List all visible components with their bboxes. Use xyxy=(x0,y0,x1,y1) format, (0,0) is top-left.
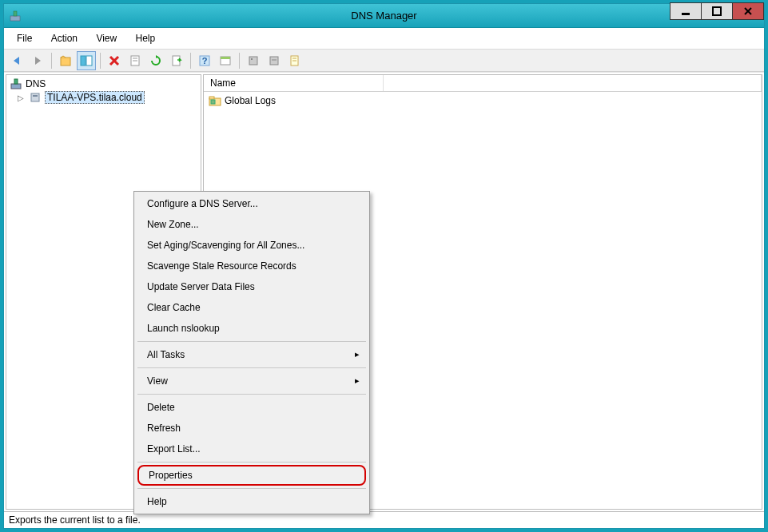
refresh-button[interactable] xyxy=(146,51,165,70)
menu-action[interactable]: Action xyxy=(43,31,86,46)
toolbar-separator xyxy=(51,53,52,69)
svg-rect-21 xyxy=(270,57,278,65)
toolbar-separator xyxy=(100,53,101,69)
server-button-2[interactable] xyxy=(265,51,284,70)
tree-server-label: TILAA-VPS.tilaa.cloud xyxy=(45,91,145,104)
dns-icon xyxy=(10,77,22,90)
statusbar: Exports the current list to a file. xyxy=(4,511,764,528)
cm-view[interactable]: View xyxy=(136,371,368,391)
menubar: File Action View Help xyxy=(4,28,764,50)
svg-rect-27 xyxy=(14,79,18,84)
cm-scavenge[interactable]: Scavenge Stale Resource Records xyxy=(136,256,368,276)
app-window: DNS Manager File Action View Help xyxy=(3,3,765,529)
cm-separator xyxy=(137,341,366,342)
tree-root-label: DNS xyxy=(26,78,46,89)
svg-rect-18 xyxy=(221,57,230,59)
back-button[interactable] xyxy=(7,51,26,70)
export-button[interactable] xyxy=(167,51,186,70)
forward-button[interactable] xyxy=(28,51,47,70)
tree-server-node[interactable]: ▷ TILAA-VPS.tilaa.cloud xyxy=(16,91,197,104)
column-spacer xyxy=(384,75,762,91)
toolbar-separator xyxy=(190,53,191,69)
cm-set-aging[interactable]: Set Aging/Scavenging for All Zones... xyxy=(136,235,368,256)
up-button[interactable] xyxy=(56,51,75,70)
app-icon xyxy=(9,10,22,22)
svg-rect-19 xyxy=(249,57,257,65)
svg-rect-8 xyxy=(86,56,92,66)
cm-configure-dns[interactable]: Configure a DNS Server... xyxy=(136,193,368,214)
close-button[interactable] xyxy=(732,2,764,20)
svg-rect-28 xyxy=(31,93,39,101)
filter-button[interactable] xyxy=(216,51,235,70)
tree-root-dns[interactable]: DNS xyxy=(10,77,197,91)
cm-delete[interactable]: Delete xyxy=(136,397,368,418)
cm-clear-cache[interactable]: Clear Cache xyxy=(136,297,368,318)
window-title: DNS Manager xyxy=(4,10,764,22)
status-text: Exports the current list to a file. xyxy=(9,514,141,526)
cm-update-files[interactable]: Update Server Data Files xyxy=(136,276,368,297)
properties-button[interactable] xyxy=(125,51,145,70)
titlebar: DNS Manager xyxy=(4,4,764,28)
show-tree-button[interactable] xyxy=(77,51,96,70)
menu-view[interactable]: View xyxy=(88,31,125,46)
cm-export-list[interactable]: Export List... xyxy=(136,439,368,459)
help-button[interactable]: ? xyxy=(195,51,214,70)
svg-rect-3 xyxy=(713,7,721,15)
svg-rect-20 xyxy=(251,58,253,60)
server-icon xyxy=(29,91,42,104)
column-name[interactable]: Name xyxy=(204,75,384,91)
svg-rect-6 xyxy=(61,58,70,66)
svg-rect-0 xyxy=(10,16,20,21)
context-menu: Configure a DNS Server... New Zone... Se… xyxy=(133,191,370,514)
toolbar: ? xyxy=(4,50,764,72)
svg-rect-1 xyxy=(14,11,17,16)
svg-rect-26 xyxy=(11,84,21,89)
maximize-button[interactable] xyxy=(701,2,733,20)
cm-new-zone[interactable]: New Zone... xyxy=(136,214,368,235)
svg-text:?: ? xyxy=(202,56,208,66)
menu-file[interactable]: File xyxy=(9,31,40,46)
cm-nslookup[interactable]: Launch nslookup xyxy=(136,318,368,339)
svg-rect-7 xyxy=(81,56,86,66)
cm-refresh[interactable]: Refresh xyxy=(136,418,368,439)
window-controls xyxy=(671,2,764,20)
server-button-1[interactable] xyxy=(244,51,263,70)
svg-rect-31 xyxy=(209,97,214,99)
list-item-label: Global Logs xyxy=(225,95,276,106)
server-button-3[interactable] xyxy=(285,51,304,70)
toolbar-separator xyxy=(239,53,240,69)
folder-icon xyxy=(209,94,221,107)
svg-rect-2 xyxy=(682,13,690,15)
cm-help[interactable]: Help xyxy=(136,491,368,512)
svg-rect-32 xyxy=(211,100,215,104)
list-header: Name xyxy=(204,75,762,92)
menu-help[interactable]: Help xyxy=(128,31,164,46)
cm-separator xyxy=(137,394,366,395)
list-item-global-logs[interactable]: Global Logs xyxy=(209,93,757,108)
cm-all-tasks[interactable]: All Tasks xyxy=(136,344,368,365)
expand-icon[interactable]: ▷ xyxy=(18,93,26,102)
cm-separator xyxy=(137,367,366,368)
cm-properties[interactable]: Properties xyxy=(137,465,366,486)
delete-button[interactable] xyxy=(105,51,124,70)
cm-separator xyxy=(137,488,366,489)
content-area: DNS ▷ TILAA-VPS.tilaa.cloud Name xyxy=(4,72,764,511)
svg-rect-14 xyxy=(173,56,180,66)
minimize-button[interactable] xyxy=(670,2,702,20)
svg-rect-29 xyxy=(33,95,38,97)
cm-separator xyxy=(137,462,366,463)
